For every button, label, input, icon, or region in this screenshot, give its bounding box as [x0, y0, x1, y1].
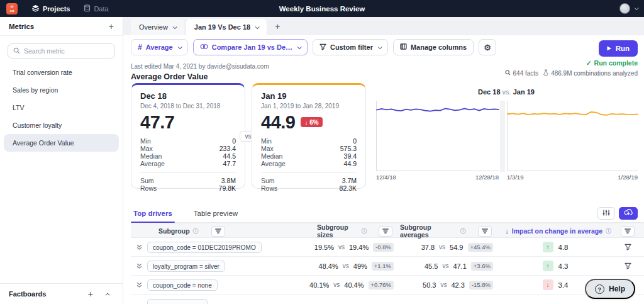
chevron-down-icon — [177, 45, 182, 49]
display-options-button[interactable] — [597, 207, 615, 220]
sort-desc-icon[interactable]: ↓ — [505, 227, 509, 235]
table-row[interactable]: coupon_code = none 40.1% vs 40.4% +0.76%… — [131, 276, 644, 295]
columns-icon — [400, 43, 407, 51]
search-input[interactable] — [24, 47, 109, 55]
sizes-filter-chip[interactable] — [379, 226, 392, 237]
info-icon: ⓘ — [460, 227, 466, 235]
stat-value: 79.8K — [219, 185, 236, 193]
chart-panel-dec18[interactable] — [376, 101, 499, 171]
compare-dropdown[interactable]: Compare Jan 19 vs De… — [193, 39, 308, 55]
cloud-download-button[interactable] — [619, 207, 638, 220]
subgroup-pill[interactable]: coupon_code = none — [147, 279, 218, 291]
x-tick-end: 12/28/18 — [475, 174, 499, 181]
vs-label: vs — [439, 244, 445, 251]
stat-value: 47.7 — [223, 160, 236, 168]
avg-compare: 47.1 — [453, 262, 466, 270]
custom-filter-dropdown[interactable]: Custom filter — [313, 39, 388, 55]
tab-overview[interactable]: Overview — [131, 19, 184, 35]
avatar[interactable] — [619, 3, 630, 14]
run-button[interactable]: ▶ Run — [599, 40, 638, 57]
metric-card-dec18: Dec 18 Dec 4, 2018 to Dec 31, 2018 47.7 … — [131, 83, 245, 189]
stat-value: 0 — [232, 138, 236, 145]
expand-row-icon[interactable] — [131, 282, 147, 288]
stat-value: 82.3K — [340, 185, 357, 193]
size-current: 40.1% — [309, 281, 329, 289]
tab-top-drivers[interactable]: Top drivers — [131, 204, 175, 222]
col-impact-label: Impact on change in average — [512, 227, 602, 235]
table-row[interactable]: coupon_code = 01DEC2019PROMO 19.5% vs 19… — [131, 238, 644, 257]
line-chart-dec18 — [377, 101, 499, 171]
chart-panel-jan19[interactable] — [507, 101, 638, 171]
subgroup-pill[interactable]: loyalty_program = silver — [147, 261, 225, 272]
subgroup-filter-chip[interactable] — [211, 226, 225, 237]
tab-comparison[interactable]: Jan 19 Vs Dec 18 — [186, 19, 267, 35]
add-factboard-icon[interactable]: + — [88, 290, 93, 298]
info-icon: ⓘ — [193, 227, 199, 235]
subgroup-pill[interactable]: coupon_code = 01DEC2019PROMO — [147, 242, 262, 253]
subgroup-pill — [147, 299, 208, 304]
analysis-toolbar: # Average Compare Jan 19 vs De… Custom f… — [131, 39, 496, 55]
delta-badge: ↓ 6% — [301, 117, 322, 127]
averages-filter-chip[interactable] — [478, 226, 492, 237]
run-complete-label: Run complete — [594, 59, 638, 67]
compare-icon — [200, 43, 208, 51]
layers-icon — [31, 4, 40, 13]
tab-table-preview[interactable]: Table preview — [191, 204, 240, 222]
check-icon: ✓ — [586, 59, 592, 67]
settings-button[interactable]: ⚙ — [479, 39, 496, 55]
aggregate-label: Average — [146, 43, 173, 51]
nav-data[interactable]: Data — [84, 4, 108, 13]
stat-value: 44.9 — [344, 160, 357, 168]
stat-value: 575.3 — [340, 145, 357, 153]
card-date-range: Jan 1, 2019 to Jan 28, 2019 — [261, 103, 357, 110]
facts-count: 644 facts — [513, 70, 539, 77]
size-compare: 40.4% — [344, 281, 364, 289]
row-filter-icon[interactable] — [611, 262, 644, 269]
compare-label: Compare Jan 19 vs De… — [212, 43, 292, 51]
aggregate-dropdown[interactable]: # Average — [131, 39, 188, 55]
metric-search[interactable] — [8, 43, 115, 59]
add-metric-icon[interactable]: + — [109, 22, 114, 31]
combinations-count: 486.9M combinations analyzed — [551, 70, 638, 77]
app-window: si su Projects Data Weekly Business Revi… — [0, 0, 644, 304]
size-compare: 49% — [353, 262, 367, 270]
drivers-table-body: coupon_code = 01DEC2019PROMO 19.5% vs 19… — [131, 238, 644, 304]
chevron-down-icon[interactable] — [635, 6, 639, 10]
sisu-logo[interactable]: si su — [6, 3, 18, 14]
sidebar-item-trial-conversion-rate[interactable]: Trial conversion rate — [4, 64, 119, 81]
expand-row-icon[interactable] — [131, 263, 147, 269]
stat-label: Average — [261, 160, 286, 168]
table-row-partial[interactable] — [131, 295, 644, 304]
add-tab-icon[interactable]: + — [269, 21, 286, 31]
card-period: Dec 18 — [140, 91, 236, 101]
impact-filter-chip[interactable] — [621, 226, 635, 237]
info-icon: ⓘ — [362, 227, 367, 235]
avg-delta-badge: +45.4% — [468, 243, 494, 252]
cloud-download-icon — [624, 208, 633, 218]
size-current: 19.5% — [314, 244, 334, 251]
sidebar-item-sales-by-region[interactable]: Sales by region — [4, 81, 119, 99]
avg-current: 50.3 — [423, 281, 436, 289]
size-delta-badge: +1.1% — [372, 262, 394, 271]
sidebar-item-average-order-value[interactable]: Average Order Value — [4, 134, 119, 152]
size-current: 48.4% — [319, 262, 338, 270]
table-row[interactable]: loyalty_program = silver 48.4% vs 49% +1… — [131, 257, 644, 276]
database-icon — [84, 4, 91, 13]
sidebar-item-customer-loyalty[interactable]: Customer loyalty — [4, 116, 119, 134]
card-date-range: Dec 4, 2018 to Dec 31, 2018 — [140, 103, 236, 110]
sidebar-item-ltv[interactable]: LTV — [4, 99, 119, 116]
row-filter-icon[interactable] — [611, 244, 644, 251]
impact-direction-badge: ↑ — [543, 261, 553, 271]
vs-label: vs — [338, 244, 345, 251]
avg-compare: 42.3 — [451, 281, 464, 289]
nav-projects[interactable]: Projects — [31, 4, 70, 13]
collapse-icon[interactable] — [106, 293, 110, 297]
chevron-down-icon — [378, 45, 382, 49]
expand-row-icon[interactable] — [131, 244, 147, 251]
metric-card-jan19: Jan 19 Jan 1, 2019 to Jan 28, 2019 44.9 … — [252, 83, 366, 189]
help-button[interactable]: ? Help — [585, 279, 635, 299]
size-compare: 19.4% — [349, 244, 369, 251]
line-chart-jan19 — [508, 101, 638, 171]
manage-columns-button[interactable]: Manage columns — [393, 39, 474, 55]
vs-label: vs — [343, 262, 349, 269]
